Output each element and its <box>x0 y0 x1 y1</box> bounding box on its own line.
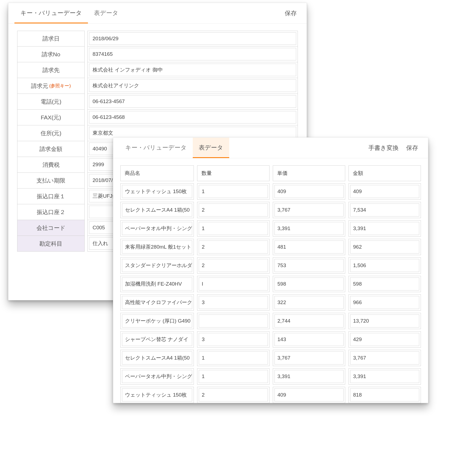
field-label: FAX(元) <box>17 110 85 125</box>
table-cell[interactable]: 3 <box>197 331 270 348</box>
tab-bar-back: キー・バリューデータ 表データ 保存 <box>8 3 307 24</box>
field-label: 住所(元) <box>17 125 85 141</box>
table-data-panel: キー・バリューデータ 表データ 手書き変換 保存 商品名数量単価金額ウェットティ… <box>113 137 428 403</box>
field-label: 振込口座１ <box>17 188 85 204</box>
table-cell[interactable]: 3,391 <box>273 220 345 237</box>
save-button[interactable]: 保存 <box>281 4 301 22</box>
table-cell[interactable]: 1 <box>197 183 270 200</box>
table-cell[interactable]: 1,506 <box>348 257 421 274</box>
table-cell[interactable]: セレクトスムースA4 1箱(50 <box>120 202 194 218</box>
table-cell[interactable]: スタンダードクリアーホルダ <box>120 257 194 274</box>
table-cell[interactable]: 598 <box>348 276 421 292</box>
table-cell[interactable]: 13,720 <box>348 313 421 329</box>
table-cell[interactable]: 加湿機用洗剤 FE-Z40HV <box>120 276 194 292</box>
table-cell[interactable]: 2 <box>197 202 270 218</box>
table-cell[interactable]: クリヤーポケッ (厚口) G490 <box>120 313 194 329</box>
column-header: 単価 <box>273 165 345 181</box>
column-header: 金額 <box>348 165 421 181</box>
field-label: 電話(元) <box>17 94 85 110</box>
table-cell[interactable]: 962 <box>348 239 421 255</box>
table-cell[interactable] <box>197 313 270 329</box>
table-cell[interactable]: セレクトスムースA4 1箱(50 <box>120 350 194 366</box>
table-cell[interactable]: 1 <box>197 350 270 366</box>
table-cell[interactable]: 481 <box>273 239 345 255</box>
table-cell[interactable]: 3,767 <box>348 350 421 366</box>
table-cell[interactable]: 高性能マイクロファイバーク <box>120 294 194 311</box>
field-label: 請求先 <box>17 62 85 78</box>
field-input[interactable] <box>89 111 296 123</box>
table-cell[interactable]: 818 <box>348 387 421 403</box>
table-cell[interactable]: 2 <box>197 239 270 255</box>
save-button[interactable]: 保存 <box>402 139 422 157</box>
table-cell[interactable]: 3 <box>197 294 270 311</box>
field-label: 請求金額 <box>17 141 85 157</box>
table-cell[interactable]: 429 <box>348 331 421 348</box>
column-header: 数量 <box>197 165 270 181</box>
table-cell[interactable]: 3,391 <box>273 368 345 385</box>
table-cell[interactable]: 143 <box>273 331 345 348</box>
column-header: 商品名 <box>120 165 194 181</box>
field-label: 請求日 <box>17 31 85 47</box>
table-cell[interactable]: ペーパータオル中判・シング <box>120 368 194 385</box>
table-cell[interactable]: 966 <box>348 294 421 311</box>
field-label: 勘定科目 <box>17 236 85 252</box>
field-label: 消費税 <box>17 157 85 173</box>
field-input[interactable] <box>89 95 296 108</box>
tab-table-data[interactable]: 表データ <box>88 3 124 23</box>
table-cell[interactable]: 2 <box>197 257 270 274</box>
tab-table-data[interactable]: 表データ <box>193 138 229 158</box>
field-input[interactable] <box>89 32 296 45</box>
tab-key-value[interactable]: キー・バリューデータ <box>14 3 88 23</box>
table-cell[interactable]: シャープペン替芯 ナノダイ <box>120 331 194 348</box>
field-label: 会社コード <box>17 220 85 236</box>
table-cell[interactable]: 753 <box>273 257 345 274</box>
field-input[interactable] <box>89 48 296 60</box>
table-cell[interactable]: 3,767 <box>273 202 345 218</box>
table-cell[interactable]: 409 <box>273 387 345 403</box>
tab-bar-front: キー・バリューデータ 表データ 手書き変換 保存 <box>113 138 428 158</box>
table-cell[interactable]: 322 <box>273 294 345 311</box>
table-cell[interactable]: 409 <box>348 183 421 200</box>
field-label: 振込口座２ <box>17 204 85 220</box>
table-cell[interactable]: 来客用緑茶280mL 般1セット <box>120 239 194 255</box>
handwrite-convert-button[interactable]: 手書き変換 <box>365 139 402 157</box>
table-cell[interactable]: 3,391 <box>348 368 421 385</box>
tab-key-value[interactable]: キー・バリューデータ <box>119 138 193 158</box>
table-cell[interactable]: 1 <box>197 368 270 385</box>
table-cell[interactable]: ウェットティッシュ 150枚 <box>120 387 194 403</box>
table-cell[interactable]: I <box>197 276 270 292</box>
table-cell[interactable]: 409 <box>273 183 345 200</box>
table-cell[interactable]: ペーパータオル中判・シング <box>120 220 194 237</box>
table-cell[interactable]: ウェットティッシュ 150枚 <box>120 183 194 200</box>
table-cell[interactable]: 2,744 <box>273 313 345 329</box>
table-cell[interactable]: 1 <box>197 220 270 237</box>
field-input[interactable] <box>89 79 296 92</box>
table-cell[interactable]: 7,534 <box>348 202 421 218</box>
field-input[interactable] <box>89 64 296 76</box>
table-cell[interactable]: 2 <box>197 387 270 403</box>
table-cell[interactable]: 3,391 <box>348 220 421 237</box>
field-label: 請求元 (参照キー) <box>17 78 85 94</box>
field-label: 支払い期限 <box>17 173 85 188</box>
table-cell[interactable]: 598 <box>273 276 345 292</box>
field-label: 請求No <box>17 47 85 62</box>
table-cell[interactable]: 3,767 <box>273 350 345 366</box>
